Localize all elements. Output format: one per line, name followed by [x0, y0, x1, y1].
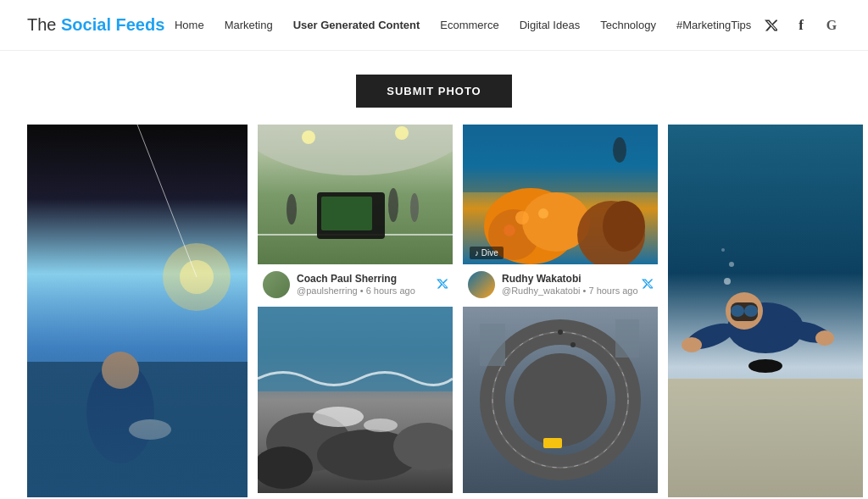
svg-point-46: [570, 342, 576, 347]
photo-card-coral: ♪ Dive Rudhy Wakatobi @Rudhy_wakatobi • …: [463, 125, 658, 307]
svg-point-28: [613, 137, 626, 163]
svg-point-1: [163, 243, 231, 311]
social-icons-group: f G: [761, 16, 841, 35]
photo-card-diver: islander89 @islander89_ • 11 hours ago: [668, 125, 863, 499]
svg-point-2: [180, 260, 214, 294]
logo-text-regular: The: [27, 15, 61, 34]
twitter-icon[interactable]: [761, 16, 780, 35]
svg-point-34: [504, 225, 515, 236]
photo-diver[interactable]: [668, 125, 863, 497]
watermark-dive: ♪ Dive: [470, 247, 504, 259]
svg-point-6: [102, 352, 139, 389]
nav-marketing-tips[interactable]: #MarketingTips: [676, 19, 751, 31]
nav-ecommerce[interactable]: Ecommerce: [440, 19, 498, 31]
site-logo[interactable]: The Social Feeds: [27, 15, 164, 35]
svg-rect-42: [543, 438, 562, 448]
svg-point-13: [287, 194, 297, 225]
card-info-aerial: Tweeting Photos @tweetingclicks • 14 hou…: [463, 493, 658, 499]
svg-point-53: [744, 305, 758, 317]
logo-text-bold: Social Feeds: [61, 15, 164, 34]
svg-point-17: [395, 126, 409, 140]
userhandle-coral: @Rudhy_wakatobi • 7 hours ago: [502, 286, 638, 297]
site-header: The Social Feeds Home Marketing User Gen…: [0, 0, 868, 51]
svg-point-7: [129, 419, 171, 440]
photo-card-rocks: Clarens austral: [258, 307, 453, 499]
svg-point-5: [86, 362, 154, 463]
svg-point-45: [558, 330, 563, 335]
column-3: ♪ Dive Rudhy Wakatobi @Rudhy_wakatobi • …: [463, 125, 658, 499]
user-info-sports: Coach Paul Sherring @paulsherring • 6 ho…: [263, 271, 415, 298]
photo-card-aerial: Tweeting Photos @tweetingclicks • 14 hou…: [463, 307, 658, 499]
svg-point-59: [724, 278, 731, 285]
svg-point-52: [731, 305, 744, 317]
google-icon[interactable]: G: [822, 16, 841, 35]
nav-home[interactable]: Home: [175, 19, 204, 31]
svg-point-25: [364, 419, 398, 432]
svg-point-14: [388, 188, 398, 222]
nav-ugc[interactable]: User Generated Content: [293, 19, 420, 31]
photo-card-fishing: Clarens austral: [27, 125, 248, 499]
svg-point-61: [721, 248, 725, 252]
photo-card-sports: Coach Paul Sherring @paulsherring • 6 ho…: [258, 125, 453, 307]
svg-point-60: [729, 262, 734, 267]
main-nav: Home Marketing User Generated Content Ec…: [175, 19, 751, 31]
svg-rect-48: [668, 379, 863, 497]
card-info-coral: Rudhy Wakatobi @Rudhy_wakatobi • 7 hours…: [463, 264, 658, 307]
svg-point-36: [603, 201, 645, 252]
svg-point-33: [538, 208, 548, 219]
column-4: islander89 @islander89_ • 11 hours ago: [668, 125, 863, 499]
svg-rect-12: [321, 197, 372, 230]
card-info-rocks: Clarens austral: [258, 493, 453, 499]
user-text-sports: Coach Paul Sherring @paulsherring • 6 ho…: [297, 273, 415, 297]
svg-point-16: [302, 130, 315, 144]
svg-point-57: [815, 330, 834, 346]
svg-rect-19: [258, 307, 453, 391]
username-sports: Coach Paul Sherring: [297, 273, 415, 286]
svg-rect-3: [27, 362, 248, 497]
avatar-coral: [468, 271, 495, 298]
svg-point-24: [313, 407, 364, 427]
avatar-sports: [263, 271, 290, 298]
svg-rect-0: [27, 125, 248, 497]
facebook-icon[interactable]: f: [792, 16, 810, 35]
username-coral: Rudhy Wakatobi: [502, 273, 638, 286]
photo-coral[interactable]: ♪ Dive: [463, 125, 658, 264]
photo-aerial[interactable]: [463, 307, 658, 493]
photo-rocks[interactable]: [258, 307, 453, 493]
svg-point-56: [682, 337, 702, 352]
svg-rect-27: [463, 125, 658, 192]
column-1: Clarens austral: [27, 125, 248, 499]
svg-point-15: [410, 193, 419, 222]
column-2: Coach Paul Sherring @paulsherring • 6 ho…: [258, 125, 453, 499]
nav-marketing[interactable]: Marketing: [225, 19, 273, 31]
photo-sports[interactable]: [258, 125, 453, 264]
user-text-coral: Rudhy Wakatobi @Rudhy_wakatobi • 7 hours…: [502, 273, 638, 297]
svg-rect-43: [480, 324, 505, 366]
photo-grid: Clarens austral: [0, 125, 868, 499]
svg-point-32: [515, 211, 529, 225]
user-info-coral: Rudhy Wakatobi @Rudhy_wakatobi • 7 hours…: [468, 271, 638, 298]
card-info-sports: Coach Paul Sherring @paulsherring • 6 ho…: [258, 264, 453, 307]
userhandle-sports: @paulsherring • 6 hours ago: [297, 286, 415, 297]
svg-rect-44: [615, 319, 639, 358]
photo-fishing[interactable]: [27, 125, 248, 497]
submit-photo-button[interactable]: SUBMIT PHOTO: [356, 75, 511, 108]
nav-digital-ideas[interactable]: Digital Ideas: [520, 19, 581, 31]
twitter-share-sports[interactable]: [436, 278, 448, 291]
svg-point-40: [514, 353, 607, 446]
twitter-share-coral[interactable]: [641, 278, 653, 291]
submit-area: SUBMIT PHOTO: [0, 51, 868, 125]
nav-technology[interactable]: Technology: [600, 19, 656, 31]
svg-point-58: [748, 359, 782, 373]
